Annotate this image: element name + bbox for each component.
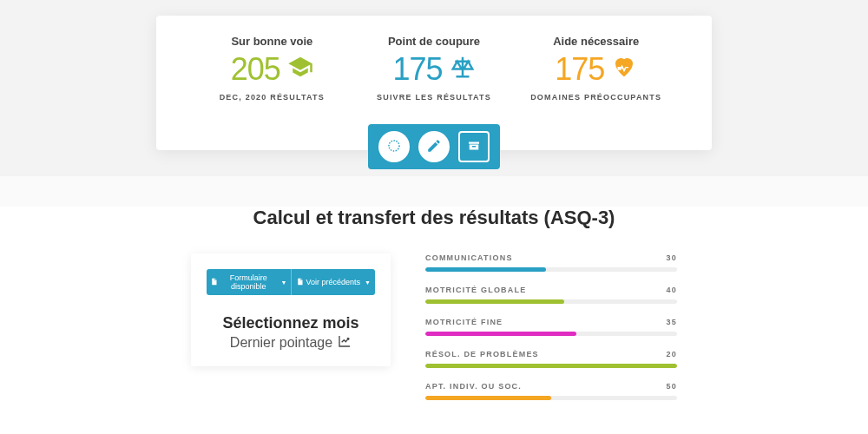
stat-title: Aide nécessaire bbox=[515, 35, 677, 48]
pencil-icon bbox=[426, 138, 442, 156]
file-icon bbox=[296, 278, 304, 287]
last-score-link[interactable]: Dernier pointage bbox=[230, 334, 352, 352]
bar-label: RÉSOL. DE PROBLÈMES bbox=[425, 350, 539, 358]
chevron-down-icon: ▼ bbox=[365, 279, 371, 286]
section-title: Calcul et transfert des résultats (ASQ-3… bbox=[0, 207, 868, 229]
form-available-dropdown[interactable]: Formulaire disponible ▼ bbox=[207, 269, 292, 295]
bar-problem-solving: RÉSOL. DE PROBLÈMES 20 bbox=[425, 350, 677, 368]
stat-sub: DEC, 2020 RÉSULTATS bbox=[191, 93, 353, 102]
bar-value: 35 bbox=[667, 318, 677, 326]
bar-label: MOTRICITÉ GLOBALE bbox=[425, 286, 526, 294]
bar-fine-motor: MOTRICITÉ FINE 35 bbox=[425, 318, 677, 336]
bar-value: 30 bbox=[667, 253, 677, 262]
stats-card: Sur bonne voie 205 DEC, 2020 RÉSULTATS P… bbox=[156, 16, 712, 150]
bar-fill bbox=[425, 396, 551, 400]
bar-label: APT. INDIV. OU SOC. bbox=[425, 382, 522, 391]
bar-fill bbox=[425, 267, 546, 272]
stat-number: 205 bbox=[231, 51, 280, 88]
view-previous-dropdown[interactable]: Voir précédents ▼ bbox=[292, 269, 376, 295]
stat-value: 175 bbox=[392, 51, 475, 88]
content-row: Formulaire disponible ▼ Voir précédents … bbox=[0, 253, 868, 414]
bar-track bbox=[425, 299, 677, 304]
stat-help-needed: Aide nécessaire 175 DOMAINES PRÉOCCUPANT… bbox=[515, 35, 677, 102]
archive-icon bbox=[466, 138, 482, 156]
stat-cutoff: Point de coupure 175 SUIVRE LES RÉSULTAT… bbox=[353, 35, 516, 102]
stat-on-track: Sur bonne voie 205 DEC, 2020 RÉSULTATS bbox=[191, 35, 353, 102]
bar-personal-social: APT. INDIV. OU SOC. 50 bbox=[425, 382, 677, 400]
stat-sub: DOMAINES PRÉOCCUPANTS bbox=[515, 93, 677, 102]
bar-track bbox=[425, 332, 677, 336]
heartbeat-icon bbox=[611, 51, 637, 88]
bar-track bbox=[425, 396, 677, 400]
stat-sub: SUIVRE LES RÉSULTATS bbox=[353, 93, 516, 102]
last-score-label: Dernier pointage bbox=[230, 335, 332, 351]
bar-label: COMMUNICATIONS bbox=[425, 253, 513, 262]
bar-track bbox=[425, 364, 677, 368]
dropdown-label: Voir précédents bbox=[306, 278, 361, 286]
archive-button[interactable] bbox=[458, 131, 490, 162]
stat-number: 175 bbox=[555, 51, 604, 88]
chart-line-icon bbox=[338, 334, 352, 352]
domain-bars: COMMUNICATIONS 30 MOTRICITÉ GLOBALE 40 bbox=[425, 253, 677, 414]
stat-value: 175 bbox=[555, 51, 637, 88]
dropdown-label: Formulaire disponible bbox=[220, 273, 277, 291]
bar-value: 20 bbox=[667, 350, 677, 358]
bar-value: 40 bbox=[667, 286, 677, 294]
file-icon bbox=[210, 278, 218, 287]
form-button-group: Formulaire disponible ▼ Voir précédents … bbox=[207, 269, 375, 295]
stat-title: Sur bonne voie bbox=[191, 35, 353, 48]
graduation-cap-icon bbox=[287, 51, 313, 88]
bar-track bbox=[425, 267, 677, 272]
stat-value: 205 bbox=[231, 51, 313, 88]
bar-communications: COMMUNICATIONS 30 bbox=[425, 253, 677, 272]
svg-point-0 bbox=[389, 141, 399, 151]
balance-scale-icon bbox=[450, 51, 476, 88]
form-card: Formulaire disponible ▼ Voir précédents … bbox=[191, 253, 391, 366]
bar-fill bbox=[425, 364, 677, 368]
edit-button[interactable] bbox=[418, 131, 450, 162]
chevron-down-icon: ▼ bbox=[281, 279, 287, 286]
bar-label: MOTRICITÉ FINE bbox=[425, 318, 503, 326]
stat-number: 175 bbox=[392, 51, 442, 88]
bar-gross-motor: MOTRICITÉ GLOBALE 40 bbox=[425, 286, 677, 304]
action-toolbar bbox=[368, 124, 500, 169]
bar-value: 50 bbox=[667, 382, 677, 391]
badge-button[interactable] bbox=[378, 131, 410, 162]
bar-fill bbox=[425, 299, 564, 304]
stat-title: Point de coupure bbox=[353, 35, 516, 48]
select-month-label[interactable]: Sélectionnez mois bbox=[207, 314, 375, 332]
bar-fill bbox=[425, 332, 576, 336]
badge-icon bbox=[386, 138, 402, 156]
results-section: Calcul et transfert des résultats (ASQ-3… bbox=[0, 207, 868, 434]
summary-section: Sur bonne voie 205 DEC, 2020 RÉSULTATS P… bbox=[0, 0, 868, 176]
